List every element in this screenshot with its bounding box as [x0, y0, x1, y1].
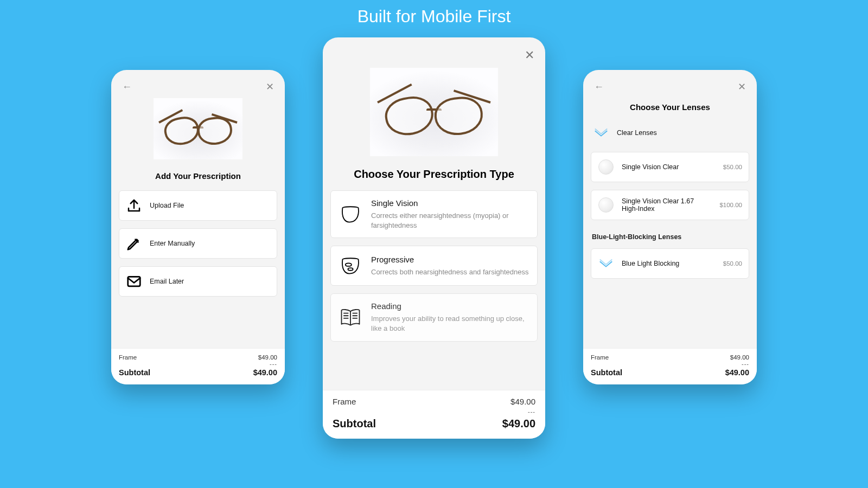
product-image: [370, 68, 499, 156]
close-icon[interactable]: ✕: [525, 48, 534, 62]
option-desc: Corrects either nearsightedness (myopia)…: [371, 211, 529, 230]
subtotal-label: Subtotal: [333, 418, 376, 430]
topbar: ← ✕: [119, 78, 277, 98]
frame-label: Frame: [591, 354, 609, 361]
close-icon[interactable]: ✕: [266, 81, 274, 93]
option-single-vision[interactable]: Single Vision Corrects either nearsighte…: [330, 190, 538, 238]
option-desc: Improves your ability to read something …: [371, 314, 529, 333]
book-icon: [339, 305, 362, 329]
phone-stage: ← ✕ Add Your Prescription Upload File En…: [0, 37, 868, 439]
phone-add-prescription: ← ✕ Add Your Prescription Upload File En…: [111, 70, 285, 384]
option-enter-manually[interactable]: Enter Manually: [119, 228, 277, 259]
svg-point-1: [346, 264, 352, 267]
frame-price: $49.00: [258, 354, 277, 361]
pencil-icon: [126, 235, 142, 252]
option-title: Reading: [371, 301, 529, 311]
section-title: Choose Your Prescription Type: [330, 168, 538, 181]
option-reading[interactable]: Reading Improves your ability to read so…: [330, 293, 538, 341]
upload-icon: [126, 197, 142, 214]
product-image: [154, 98, 242, 159]
price-dashes: ---: [270, 361, 277, 367]
totals-panel: Frame $49.00 --- Subtotal $49.00: [583, 348, 757, 384]
option-price: $50.00: [723, 164, 742, 170]
option-single-vision-clear[interactable]: Single Vision Clear $50.00: [591, 152, 749, 182]
lens-icon: [593, 125, 609, 141]
subtotal-price: $49.00: [253, 368, 277, 377]
frame-label: Frame: [333, 397, 356, 406]
page-headline: Built for Mobile First: [0, 0, 868, 27]
option-desc: Corrects both nearsightedness and farsig…: [371, 267, 529, 277]
option-label: Email Later: [150, 278, 270, 285]
group-clear-lenses[interactable]: Clear Lenses: [591, 121, 749, 144]
progressive-icon: [339, 254, 362, 278]
phone-choose-lenses: ← ✕ Choose Your Lenses Clear Lenses Sing…: [583, 70, 757, 384]
price-dashes: ---: [528, 408, 535, 415]
subtotal-label: Subtotal: [119, 368, 150, 377]
close-icon[interactable]: ✕: [738, 81, 746, 93]
topbar: ✕: [330, 45, 538, 68]
phone-prescription-type: ✕ Choose Your Prescription Type Single V…: [323, 37, 545, 439]
option-label: Enter Manually: [150, 240, 270, 247]
subtotal-label: Subtotal: [591, 368, 622, 377]
option-single-vision-clear-high-index[interactable]: Single Vision Clear 1.67 High-Index $100…: [591, 190, 749, 220]
svg-rect-0: [128, 277, 141, 286]
frame-price: $49.00: [510, 397, 535, 406]
price-dashes: ---: [742, 361, 749, 367]
group-label: Clear Lenses: [617, 129, 747, 137]
group-heading-blue-light: Blue-Light-Blocking Lenses: [592, 233, 749, 241]
frame-price: $49.00: [730, 354, 749, 361]
frame-label: Frame: [119, 354, 137, 361]
topbar: ← ✕: [591, 78, 749, 98]
totals-panel: Frame $49.00 --- Subtotal $49.00: [323, 390, 545, 439]
option-title: Blue Light Blocking: [622, 260, 711, 267]
lens-icon: [598, 255, 614, 272]
option-email-later[interactable]: Email Later: [119, 266, 277, 297]
subtotal-price: $49.00: [725, 368, 749, 377]
totals-panel: Frame $49.00 --- Subtotal $49.00: [111, 348, 285, 384]
lens-swatch-icon: [598, 159, 614, 175]
option-progressive[interactable]: Progressive Corrects both nearsightednes…: [330, 246, 538, 286]
back-arrow-icon[interactable]: ←: [122, 81, 132, 93]
option-label: Upload File: [150, 202, 270, 209]
option-title: Single Vision Clear: [622, 163, 711, 171]
section-title: Choose Your Lenses: [591, 102, 749, 112]
mail-icon: [126, 273, 142, 290]
option-title: Single Vision: [371, 198, 529, 208]
option-blue-light-blocking[interactable]: Blue Light Blocking $50.00: [591, 248, 749, 279]
option-title: Single Vision Clear 1.67 High-Index: [622, 197, 707, 213]
svg-point-2: [348, 268, 353, 271]
section-title: Add Your Prescription: [119, 171, 277, 181]
option-price: $100.00: [719, 202, 742, 208]
single-vision-icon: [339, 202, 362, 226]
option-price: $50.00: [723, 260, 742, 267]
lens-swatch-icon: [598, 197, 614, 213]
option-title: Progressive: [371, 255, 529, 264]
subtotal-price: $49.00: [502, 418, 535, 430]
option-upload-file[interactable]: Upload File: [119, 190, 277, 221]
back-arrow-icon[interactable]: ←: [594, 81, 604, 93]
